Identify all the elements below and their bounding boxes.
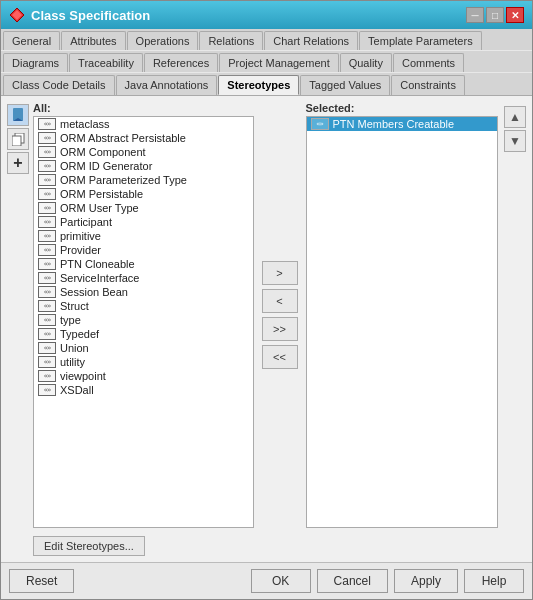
stereotype-icon: «» — [38, 160, 56, 172]
tab-traceability[interactable]: Traceability — [69, 53, 143, 72]
all-label: All: — [33, 102, 254, 114]
cancel-btn[interactable]: Cancel — [317, 569, 388, 593]
help-btn[interactable]: Help — [464, 569, 524, 593]
add-one-button[interactable]: > — [262, 261, 298, 285]
tab-row-1: GeneralAttributesOperationsRelationsChar… — [1, 29, 532, 50]
list-item[interactable]: «»metaclass — [34, 117, 253, 131]
list-item[interactable]: «»Participant — [34, 215, 253, 229]
tab-template-params[interactable]: Template Parameters — [359, 31, 482, 50]
remove-one-button[interactable]: < — [262, 289, 298, 313]
move-down-button[interactable]: ▼ — [504, 130, 526, 152]
list-item[interactable]: «»Session Bean — [34, 285, 253, 299]
item-label: Provider — [60, 244, 101, 256]
stereotype-icon: «» — [38, 370, 56, 382]
list-item[interactable]: «»viewpoint — [34, 369, 253, 383]
tab-relations[interactable]: Relations — [199, 31, 263, 50]
ok-btn[interactable]: OK — [251, 569, 311, 593]
reset-btn[interactable]: Reset — [9, 569, 74, 593]
tab-diagrams[interactable]: Diagrams — [3, 53, 68, 72]
list-item[interactable]: «»ORM ID Generator — [34, 159, 253, 173]
window-icon — [9, 7, 25, 23]
tab-general[interactable]: General — [3, 31, 60, 50]
stereotype-icon: «» — [311, 118, 329, 130]
tab-stereotypes[interactable]: Stereotypes — [218, 75, 299, 95]
stereotypes-btn-row: Edit Stereotypes... — [33, 536, 526, 556]
list-item[interactable]: «»XSDall — [34, 383, 253, 397]
stereotype-icon: «» — [38, 356, 56, 368]
selected-list[interactable]: «»PTN Members Creatable — [306, 116, 499, 528]
item-label: Session Bean — [60, 286, 128, 298]
item-label: PTN Members Creatable — [333, 118, 455, 130]
item-label: type — [60, 314, 81, 326]
tab-references[interactable]: References — [144, 53, 218, 72]
item-label: Union — [60, 342, 89, 354]
list-item[interactable]: «»ORM Component — [34, 145, 253, 159]
remove-all-button[interactable]: << — [262, 345, 298, 369]
title-bar-buttons: ─ □ ✕ — [466, 7, 524, 23]
stereotype-icon: «» — [38, 258, 56, 270]
tab-tagged-values[interactable]: Tagged Values — [300, 75, 390, 95]
window-title: Class Specification — [31, 8, 150, 23]
list-item[interactable]: «»ORM Parameterized Type — [34, 173, 253, 187]
bookmark-button[interactable] — [7, 104, 29, 126]
list-item[interactable]: «»ServiceInterface — [34, 271, 253, 285]
item-label: PTN Cloneable — [60, 258, 135, 270]
selected-label: Selected: — [306, 102, 499, 114]
tab-java-annotations[interactable]: Java Annotations — [116, 75, 218, 95]
selected-list-item[interactable]: «»PTN Members Creatable — [307, 117, 498, 131]
item-label: utility — [60, 356, 85, 368]
stereotype-icon: «» — [38, 230, 56, 242]
bottom-bar: Reset OKCancelApplyHelp — [1, 562, 532, 599]
tab-constraints[interactable]: Constraints — [391, 75, 465, 95]
item-label: metaclass — [60, 118, 110, 130]
title-bar-left: Class Specification — [9, 7, 150, 23]
lists-container: All: «»metaclass«»ORM Abstract Persistab… — [33, 102, 526, 528]
add-new-button[interactable]: + — [7, 152, 29, 174]
list-item[interactable]: «»Provider — [34, 243, 253, 257]
stereotype-icon: «» — [38, 300, 56, 312]
edit-stereotypes-button[interactable]: Edit Stereotypes... — [33, 536, 145, 556]
item-label: ORM Component — [60, 146, 146, 158]
right-toolbar: ▲▼ — [500, 102, 526, 528]
tab-quality[interactable]: Quality — [340, 53, 392, 72]
close-button[interactable]: ✕ — [506, 7, 524, 23]
tab-comments[interactable]: Comments — [393, 53, 464, 72]
list-item[interactable]: «»ORM Abstract Persistable — [34, 131, 253, 145]
tab-class-code[interactable]: Class Code Details — [3, 75, 115, 95]
stereotype-icon: «» — [38, 328, 56, 340]
item-label: XSDall — [60, 384, 94, 396]
tab-attributes[interactable]: Attributes — [61, 31, 125, 50]
list-item[interactable]: «»type — [34, 313, 253, 327]
list-item[interactable]: «»ORM User Type — [34, 201, 253, 215]
class-specification-window: Class Specification ─ □ ✕ GeneralAttribu… — [0, 0, 533, 600]
list-item[interactable]: «»ORM Persistable — [34, 187, 253, 201]
tab-chart-relations[interactable]: Chart Relations — [264, 31, 358, 50]
copy-button[interactable] — [7, 128, 29, 150]
tab-project-management[interactable]: Project Management — [219, 53, 339, 72]
tab-operations[interactable]: Operations — [127, 31, 199, 50]
list-item[interactable]: «»PTN Cloneable — [34, 257, 253, 271]
list-item[interactable]: «»Struct — [34, 299, 253, 313]
main-content: All: «»metaclass«»ORM Abstract Persistab… — [33, 102, 526, 556]
list-item[interactable]: «»Union — [34, 341, 253, 355]
transfer-buttons: ><>><< — [258, 102, 302, 528]
maximize-button[interactable]: □ — [486, 7, 504, 23]
tab-row-2: DiagramsTraceabilityReferencesProject Ma… — [1, 51, 532, 72]
tabs-area: GeneralAttributesOperationsRelationsChar… — [1, 29, 532, 96]
item-label: ORM ID Generator — [60, 160, 152, 172]
apply-btn[interactable]: Apply — [394, 569, 458, 593]
item-label: ORM Parameterized Type — [60, 174, 187, 186]
minimize-button[interactable]: ─ — [466, 7, 484, 23]
list-item[interactable]: «»Typedef — [34, 327, 253, 341]
list-item[interactable]: «»primitive — [34, 229, 253, 243]
move-up-button[interactable]: ▲ — [504, 106, 526, 128]
item-label: primitive — [60, 230, 101, 242]
item-label: ServiceInterface — [60, 272, 139, 284]
selected-section: Selected: «»PTN Members Creatable — [306, 102, 499, 528]
title-bar: Class Specification ─ □ ✕ — [1, 1, 532, 29]
add-all-button[interactable]: >> — [262, 317, 298, 341]
list-item[interactable]: «»utility — [34, 355, 253, 369]
all-list[interactable]: «»metaclass«»ORM Abstract Persistable«»O… — [33, 116, 254, 528]
stereotype-icon: «» — [38, 384, 56, 396]
stereotype-icon: «» — [38, 272, 56, 284]
